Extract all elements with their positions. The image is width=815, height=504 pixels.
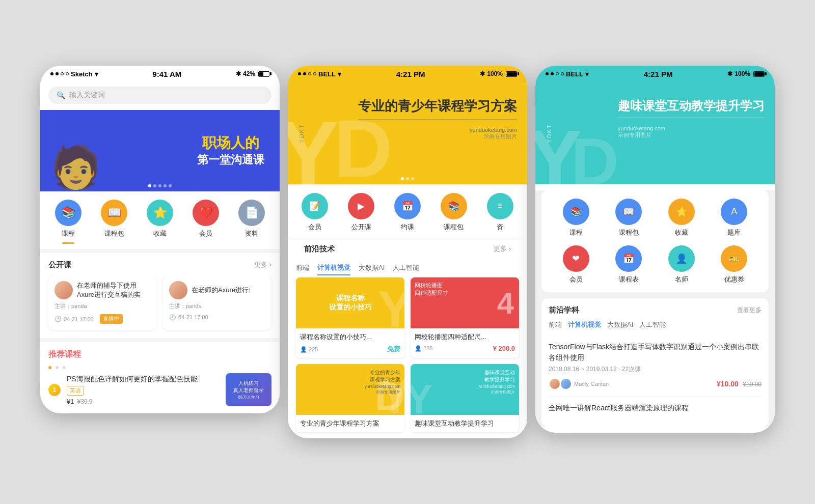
tab-2-cv[interactable]: 计算机视觉 [317, 263, 350, 275]
dot3-2 [551, 72, 554, 75]
banner-sample-2: 示例专用图片 [358, 133, 517, 141]
grid-thumb-2: 网校轮播图四种适配尺寸 4 [411, 277, 519, 328]
nav-icon-course: 📚 [55, 200, 82, 226]
nav-item-package[interactable]: 📖 课程包 [101, 200, 127, 244]
nav3-teacher[interactable]: 👤 名师 [668, 245, 695, 284]
battery-icon-1 [258, 71, 269, 77]
teacher-name-1: Macly [574, 381, 589, 387]
nav-row-3-1: 📚 课程 📖 课程包 ⭐ 收藏 A 题库 [550, 199, 760, 237]
carrier-2: BELL [318, 70, 336, 78]
course-time-1: 🕐 04-21 17:00 直播中 [55, 314, 151, 324]
tab3-ai[interactable]: 人工智能 [639, 320, 666, 329]
banner-3: YDKT Y D 趣味课堂互动教学提升学习 yunduoketang.com 示… [535, 82, 775, 184]
course-time-2: 🕐 04-21 17:00 [169, 314, 265, 321]
nav2-mat[interactable]: ≡ 资 [487, 193, 513, 232]
nav2-member[interactable]: 📝 会员 [302, 193, 328, 232]
banner-text-1: 职场人的 [197, 134, 264, 152]
nav-icon-material: 📄 [238, 200, 265, 226]
recommend-item-1[interactable]: 1 PS海报配色详解如何更好的掌握配色技能 英语 ¥1 ¥39.9 人机练习真人… [48, 373, 271, 406]
banner-url-3: yunduoketang.com [618, 125, 765, 131]
status-right-1: ✱ 42% [236, 70, 269, 77]
status-left-3: BELL ▾ [546, 70, 589, 78]
bdot-5 [169, 184, 172, 187]
see-more-3[interactable]: 查看更多 [737, 306, 762, 315]
course-list-item-1[interactable]: TensorFlow与Flask结合打造手写体数字识别通过一个小案例出串联各组件… [549, 335, 762, 397]
nav2-pkg[interactable]: 📚 课程包 [441, 193, 467, 232]
course-card-1[interactable]: 在老师的辅导下使用Axure进行交互稿的实 主讲：panda 🕐 04-21 1… [48, 275, 157, 330]
status-bar-2: BELL ▾ 4:21 PM ✱ 100% [288, 66, 527, 82]
battery-pct-3: 100% [735, 70, 750, 77]
grid-info-4: 趣味课堂互动教学提升学习 [411, 415, 519, 432]
bdot-4 [164, 184, 167, 187]
nav3-pkg[interactable]: 📖 课程包 [615, 199, 642, 237]
phone3-content: 📚 课程 📖 课程包 ⭐ 收藏 A 题库 [535, 190, 775, 427]
section-more-public[interactable]: 更多 › [254, 260, 271, 269]
nav2-icon-member: 📝 [302, 193, 328, 219]
nav3-icon-pkg: 📖 [615, 199, 642, 225]
grid-info-1: 课程名称设置的小技巧... 👤 225 免费 [296, 328, 404, 358]
banner-text-area-3: 趣味课堂互动教学提升学习 yunduoketang.com 示例专用图片 [618, 98, 765, 139]
nav2-label-member: 会员 [308, 222, 321, 232]
course-meta-2: 主讲：panda [169, 302, 265, 310]
teachers-1: Macly Cantan [549, 378, 609, 390]
recommend-info-1: PS海报配色详解如何更好的掌握配色技能 英语 ¥1 ¥39.9 [67, 374, 220, 406]
banner-1: 🧑 职场人的 第一堂沟通课 [40, 110, 280, 191]
grid-card-3[interactable]: Y D 专业的青少年课程学习方案yunduoketang.com示例专用图片 专… [296, 364, 404, 432]
nav3-qbank[interactable]: A 题库 [721, 199, 747, 237]
section-more-2[interactable]: 更多 › [494, 244, 511, 254]
nav2-label-book: 约课 [401, 222, 414, 232]
nav-item-material[interactable]: 📄 资料 [238, 200, 265, 244]
battery-pct-2: 100% [487, 70, 503, 77]
nav3-member[interactable]: ❤ 会员 [563, 245, 589, 284]
nav-item-course[interactable]: 📚 课程 [55, 200, 82, 244]
search-icon: 🔍 [57, 91, 65, 99]
nav3-course[interactable]: 📚 课程 [563, 199, 589, 237]
price-area-1: ¥10.00 ¥10.00 [717, 379, 762, 388]
course-list-item-2[interactable]: 全网唯一讲解React服务器端渲染原理的课程 [549, 397, 762, 419]
search-input[interactable]: 🔍 输入关键词 [48, 87, 271, 104]
grid-card-1[interactable]: Y 课程名称设置的小技巧 课程名称设置的小技巧... 👤 225 免费 [296, 277, 404, 358]
recommend-name-1: PS海报配色详解如何更好的掌握配色技能 [67, 374, 220, 384]
nav3-coupon[interactable]: 🎫 优惠券 [721, 245, 747, 284]
teacher-name-2: Cantan [591, 381, 609, 387]
section-title-public: 公开课 [48, 260, 71, 270]
grid-card-4[interactable]: Y 趣味课堂互动教学提升学习yunduoketang.com示例专用图片 趣味课… [411, 364, 519, 432]
grid-card-2[interactable]: 网校轮播图四种适配尺寸 4 网校轮播图四种适配尺... 👤 225 ¥ 200.… [411, 277, 519, 358]
wifi-icon-3: ▾ [585, 70, 589, 78]
price-1: 免费 [387, 345, 400, 354]
section-tabs-2: 前端 计算机视觉 大数据AI 人工智能 [296, 259, 519, 277]
nav-item-collect[interactable]: ⭐ 收藏 [147, 200, 173, 244]
banner-main-2: 专业的青少年课程学习方案 [358, 98, 517, 115]
grid-num-2: 4 [497, 285, 514, 320]
nav-label-member: 会员 [199, 229, 212, 238]
nav3-fav[interactable]: ⭐ 收藏 [668, 199, 695, 237]
bdot-3 [158, 184, 161, 187]
nav-item-member[interactable]: ❤️ 会员 [193, 200, 219, 244]
tab-2-bigdata[interactable]: 大数据AI [359, 263, 385, 275]
nav3-label-course: 课程 [569, 228, 583, 237]
tab-2-ai[interactable]: 人工智能 [393, 263, 419, 275]
banner-url-2: yunduoketang.com [358, 127, 517, 133]
dot3-4 [561, 72, 564, 75]
nav2-book[interactable]: 📅 约课 [394, 193, 421, 232]
bluetooth-icon-2: ✱ [480, 70, 485, 77]
bdot-1 [148, 184, 151, 187]
tab3-cv[interactable]: 计算机视觉 [568, 320, 601, 329]
nav-2: 📝 会员 ▶ 公开课 📅 约课 📚 课程包 ≡ 资 [288, 184, 527, 237]
course-card-2[interactable]: 在老师的Axure进行: 主讲：panda 🕐 04-21 17:00 [163, 275, 271, 330]
section-header-2: 前沿技术 更多 › [296, 237, 519, 259]
tab3-frontend[interactable]: 前端 [549, 320, 562, 329]
nav-label-collect: 收藏 [153, 229, 167, 238]
nav3-schedule[interactable]: 📅 课程表 [615, 245, 642, 284]
nav2-public[interactable]: ▶ 公开课 [348, 193, 374, 232]
dot2-1 [298, 72, 301, 75]
phone-1: Sketch ▾ 9:41 AM ✱ 42% 🔍 输入关键词 🧑 [40, 66, 280, 413]
nav2-icon-book: 📅 [394, 193, 421, 219]
nav3-label-schedule: 课程表 [619, 275, 639, 284]
tab-2-frontend[interactable]: 前端 [296, 263, 309, 275]
banner-2: YDKT Y D 专业的青少年课程学习方案 yunduoketang.com 示… [288, 82, 527, 184]
dot3-1 [546, 72, 549, 75]
tab3-bigdata[interactable]: 大数据AI [607, 320, 633, 329]
subject-section-3: 前沿学科 查看更多 前端 计算机视觉 大数据AI 人工智能 TensorFlow… [541, 298, 769, 427]
nav3-label-pkg: 课程包 [619, 228, 639, 237]
